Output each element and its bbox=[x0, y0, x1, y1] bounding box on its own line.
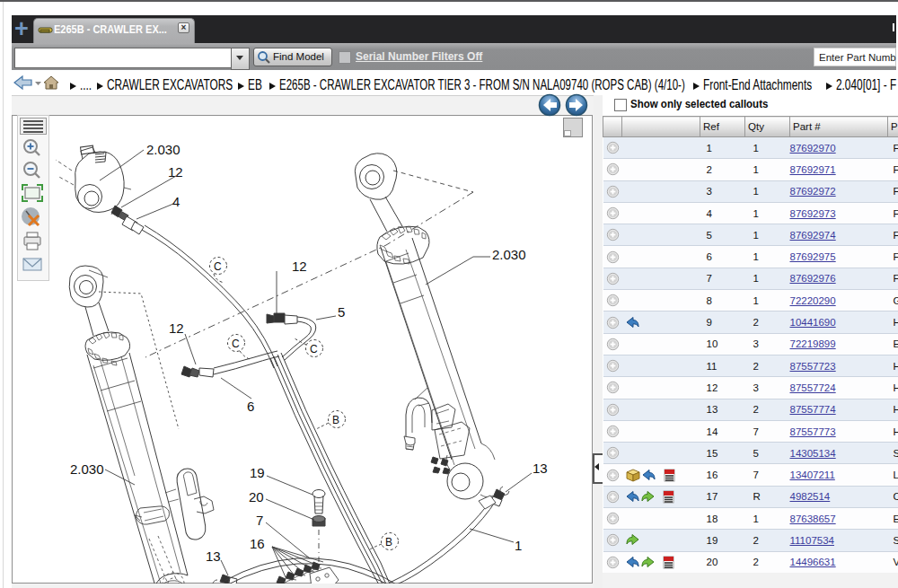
svg-text:13: 13 bbox=[206, 549, 221, 564]
svg-text:19: 19 bbox=[250, 465, 265, 480]
svg-text:2.030: 2.030 bbox=[70, 461, 104, 477]
svg-text:C: C bbox=[232, 338, 240, 350]
svg-text:C: C bbox=[214, 260, 222, 273]
svg-text:12: 12 bbox=[168, 164, 183, 180]
svg-text:16: 16 bbox=[250, 536, 265, 551]
svg-text:B: B bbox=[385, 536, 392, 549]
svg-text:2.030: 2.030 bbox=[492, 247, 526, 262]
svg-text:12: 12 bbox=[292, 259, 307, 274]
svg-text:1: 1 bbox=[515, 538, 522, 553]
svg-text:C: C bbox=[310, 343, 318, 355]
svg-text:4: 4 bbox=[172, 194, 180, 209]
svg-text:5: 5 bbox=[338, 304, 345, 320]
svg-text:13: 13 bbox=[533, 461, 548, 476]
svg-text:B: B bbox=[332, 414, 339, 426]
svg-text:12: 12 bbox=[169, 320, 184, 336]
svg-text:6: 6 bbox=[247, 399, 254, 414]
svg-text:20: 20 bbox=[249, 489, 264, 505]
svg-text:2.030: 2.030 bbox=[146, 142, 180, 157]
svg-text:7: 7 bbox=[256, 513, 263, 528]
